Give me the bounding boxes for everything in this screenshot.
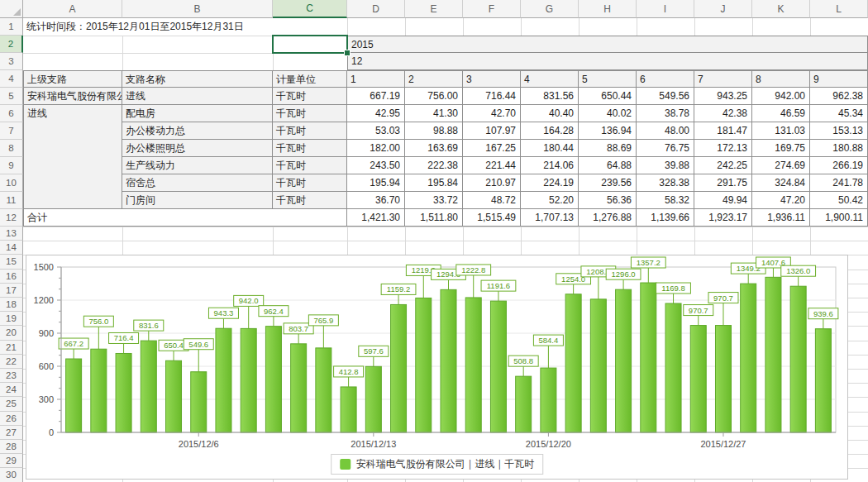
bar-day-23[interactable] xyxy=(616,289,632,432)
bar-day-29[interactable] xyxy=(765,277,781,432)
value-cell[interactable]: 64.88 xyxy=(579,157,637,174)
bar-day-24[interactable] xyxy=(641,283,656,432)
row-header-15[interactable]: 15 xyxy=(0,255,23,269)
branch-name-cell[interactable]: 宿舍总 xyxy=(122,174,273,192)
value-cell[interactable]: 50.42 xyxy=(810,192,868,209)
table-header[interactable]: 上级支路 xyxy=(23,70,122,88)
legend[interactable]: 安科瑞电气股份有限公司｜进线｜千瓦时 xyxy=(331,454,544,475)
day-header[interactable]: 7 xyxy=(694,70,752,88)
bar-day-9[interactable] xyxy=(265,327,281,432)
bar-day-17[interactable] xyxy=(465,298,481,432)
column-header-B[interactable]: B xyxy=(122,0,273,18)
unit-cell[interactable]: 千瓦时 xyxy=(273,192,347,209)
day-header[interactable]: 8 xyxy=(752,70,810,88)
value-cell[interactable]: 756.00 xyxy=(405,88,463,105)
bar-day-4[interactable] xyxy=(141,341,156,432)
value-cell[interactable]: 943.25 xyxy=(694,88,752,105)
table-header[interactable]: 支路名称 xyxy=(122,70,273,88)
day-header[interactable]: 3 xyxy=(463,70,521,88)
day-header[interactable]: 9 xyxy=(810,70,868,88)
value-cell[interactable]: 942.00 xyxy=(752,88,810,105)
value-cell[interactable]: 167.25 xyxy=(463,140,521,157)
row-header-5[interactable]: 5 xyxy=(0,88,23,105)
total-value-cell[interactable]: 1,421.30 xyxy=(347,209,405,227)
select-all-corner[interactable] xyxy=(0,0,23,18)
total-value-cell[interactable]: 1,515.49 xyxy=(463,209,521,227)
row-header-11[interactable]: 11 xyxy=(0,192,23,209)
bar-day-2[interactable] xyxy=(91,349,107,432)
value-cell[interactable]: 214.06 xyxy=(521,157,579,174)
bar-day-21[interactable] xyxy=(565,294,581,432)
bar-day-31[interactable] xyxy=(815,329,831,432)
value-cell[interactable]: 549.56 xyxy=(637,88,694,105)
value-cell[interactable]: 195.94 xyxy=(347,174,405,192)
value-cell[interactable]: 650.44 xyxy=(579,88,637,105)
value-cell[interactable]: 274.69 xyxy=(752,157,810,174)
bar-day-6[interactable] xyxy=(191,372,207,432)
total-value-cell[interactable]: 1,276.88 xyxy=(579,209,637,227)
bar-day-12[interactable] xyxy=(341,387,356,432)
branch-name-cell[interactable]: 门房间 xyxy=(122,192,273,209)
row-header-12[interactable]: 12 xyxy=(0,209,23,227)
total-value-cell[interactable]: 1,707.13 xyxy=(521,209,579,227)
row-header-24[interactable]: 24 xyxy=(0,383,23,397)
row-header-29[interactable]: 29 xyxy=(0,454,23,468)
row-header-18[interactable]: 18 xyxy=(0,298,23,312)
row-header-26[interactable]: 26 xyxy=(0,412,23,426)
row-header-21[interactable]: 21 xyxy=(0,341,23,355)
bar-day-5[interactable] xyxy=(166,360,182,432)
row-header-1[interactable]: 1 xyxy=(0,18,23,36)
column-header-L[interactable]: L xyxy=(810,0,868,18)
year-cell[interactable]: 2015 xyxy=(347,36,868,53)
total-value-cell[interactable]: 1,936.11 xyxy=(752,209,810,227)
bar-day-19[interactable] xyxy=(516,376,532,432)
chart[interactable]: 030060090012001500667.2756.0716.4831.665… xyxy=(26,255,848,480)
unit-cell[interactable]: 千瓦时 xyxy=(273,88,347,105)
value-cell[interactable]: 180.44 xyxy=(521,140,579,157)
unit-cell[interactable]: 千瓦时 xyxy=(273,140,347,157)
unit-cell[interactable]: 千瓦时 xyxy=(273,174,347,192)
bar-day-16[interactable] xyxy=(441,289,456,432)
row-header-23[interactable]: 23 xyxy=(0,369,23,383)
bar-day-30[interactable] xyxy=(790,286,806,432)
value-cell[interactable]: 98.88 xyxy=(405,122,463,140)
row-header-20[interactable]: 20 xyxy=(0,326,23,340)
value-cell[interactable]: 47.20 xyxy=(752,192,810,209)
bar-day-3[interactable] xyxy=(116,353,131,432)
day-header[interactable]: 5 xyxy=(579,70,637,88)
column-header-H[interactable]: H xyxy=(579,0,637,18)
column-header-E[interactable]: E xyxy=(405,0,463,18)
value-cell[interactable]: 42.38 xyxy=(694,105,752,122)
value-cell[interactable]: 56.36 xyxy=(579,192,637,209)
value-cell[interactable]: 182.00 xyxy=(347,140,405,157)
month-cell[interactable]: 12 xyxy=(347,53,868,70)
row-header-17[interactable]: 17 xyxy=(0,284,23,298)
value-cell[interactable]: 53.03 xyxy=(347,122,405,140)
value-cell[interactable]: 45.34 xyxy=(810,105,868,122)
row-header-30[interactable]: 30 xyxy=(0,468,23,482)
total-value-cell[interactable]: 1,139.66 xyxy=(637,209,694,227)
bar-day-7[interactable] xyxy=(216,328,231,432)
total-value-cell[interactable]: 1,900.11 xyxy=(810,209,868,227)
value-cell[interactable]: 48.00 xyxy=(637,122,694,140)
bar-day-14[interactable] xyxy=(391,304,407,432)
value-cell[interactable]: 42.95 xyxy=(347,105,405,122)
bar-day-28[interactable] xyxy=(741,284,756,432)
bar-day-26[interactable] xyxy=(690,326,706,432)
row-header-13[interactable]: 13 xyxy=(0,227,23,241)
bar-day-22[interactable] xyxy=(590,299,606,432)
value-cell[interactable]: 221.44 xyxy=(463,157,521,174)
column-header-G[interactable]: G xyxy=(521,0,579,18)
value-cell[interactable]: 172.13 xyxy=(694,140,752,157)
branch-name-cell[interactable]: 进线 xyxy=(122,88,273,105)
value-cell[interactable]: 41.30 xyxy=(405,105,463,122)
value-cell[interactable]: 169.75 xyxy=(752,140,810,157)
row-header-27[interactable]: 27 xyxy=(0,426,23,440)
value-cell[interactable]: 48.72 xyxy=(463,192,521,209)
value-cell[interactable]: 38.78 xyxy=(637,105,694,122)
value-cell[interactable]: 181.47 xyxy=(694,122,752,140)
row-header-22[interactable]: 22 xyxy=(0,355,23,369)
bar-day-15[interactable] xyxy=(416,298,432,432)
row-header-25[interactable]: 25 xyxy=(0,397,23,411)
row-header-8[interactable]: 8 xyxy=(0,140,23,157)
